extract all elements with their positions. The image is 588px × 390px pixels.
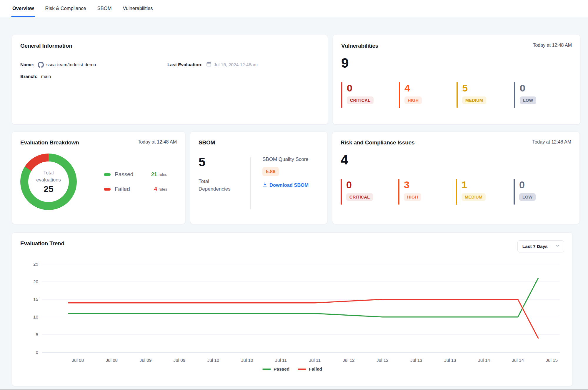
evaluation-breakdown-title: Evaluation Breakdown [20,139,79,146]
evaluation-trend-card: Evaluation Trend Last 7 Days 0510152025J… [12,232,573,386]
tab-overview-label: Overview [12,6,34,11]
severity-low: 0 LOW [514,179,571,205]
svg-text:Jul 15: Jul 15 [546,358,558,363]
tab-bar: Overview Risk & Compliance SBOM Vulnerab… [0,0,588,17]
tab-risk-compliance[interactable]: Risk & Compliance [44,0,86,17]
calendar-icon [206,61,211,68]
legend-passed-count: 21 [146,171,157,178]
legend-failed-count: 4 [146,186,157,192]
svg-text:Jul 14: Jul 14 [512,358,524,363]
severity-medium: 1 MEDIUM [456,179,514,205]
tab-sbom-label: SBOM [97,6,112,11]
severity-count: 0 [347,83,374,94]
svg-text:Jul 12: Jul 12 [377,358,389,363]
last-evaluation-label: Last Evaluation: [167,62,203,67]
evaluation-trend-title: Evaluation Trend [20,240,64,247]
branch-label: Branch: [20,74,38,79]
risk-compliance-card: Risk and Compliance Issues Today at 12:4… [332,131,580,224]
severity-badge: CRITICAL [347,96,374,104]
svg-text:Jul 13: Jul 13 [410,358,422,363]
risk-compliance-timestamp: Today at 12:48 AM [532,139,571,145]
sbom-quality-score-label: SBOM Quality Score [262,156,309,162]
date-range-select[interactable]: Last 7 Days [517,240,564,252]
vulnerabilities-card: Vulnerabilities Today at 12:48 AM 9 0 CR… [333,35,580,124]
last-evaluation-value: Jul 15, 2024 12:48am [214,62,258,67]
total-dependencies-label: Total Dependencies [199,178,237,193]
svg-text:Jul 11: Jul 11 [275,358,287,363]
failed-line-icon [298,369,306,370]
general-information-title: General Information [20,43,72,49]
severity-bar [399,82,400,108]
svg-text:Jul 11: Jul 11 [309,358,321,363]
name-label: Name: [20,62,34,67]
legend-failed-unit: rules [159,187,167,191]
vulnerabilities-title: Vulnerabilities [341,43,378,49]
severity-bar [456,179,457,205]
sbom-card: SBOM 5 Total Dependencies SBOM Quality S… [190,131,327,224]
last-evaluation-row: Last Evaluation: Jul 15, 2024 12:48am [167,61,319,68]
branch-row: Branch: main [20,74,167,79]
risk-compliance-total: 4 [341,153,571,166]
trend-legend-failed-label: Failed [309,366,322,372]
download-icon [262,182,267,188]
legend-passed-label: Passed [115,171,146,178]
svg-text:Jul 08: Jul 08 [106,358,118,363]
vulnerabilities-total: 9 [341,56,572,70]
trend-legend-passed-label: Passed [274,366,289,372]
svg-text:Jul 13: Jul 13 [444,358,456,363]
svg-text:Jul 12: Jul 12 [343,358,355,363]
severity-critical: 0 CRITICAL [341,82,399,108]
severity-badge: HIGH [404,193,421,201]
repo-name-value[interactable]: ssca-team/todolist-demo [46,62,96,67]
severity-badge: CRITICAL [346,193,373,201]
severity-bar [341,82,342,108]
trend-legend: Passed Failed [20,366,564,372]
severity-badge: HIGH [404,96,422,104]
tab-overview[interactable]: Overview [12,0,34,17]
severity-medium: 5 MEDIUM [457,82,514,108]
svg-text:Jul 09: Jul 09 [174,358,186,363]
vulnerabilities-timestamp: Today at 12:48 AM [533,43,572,48]
sbom-quality-score-badge: 5.86 [262,167,279,176]
severity-count: 4 [404,83,422,94]
chevron-down-icon [555,244,560,249]
severity-badge: LOW [520,96,536,104]
legend-passed-row: Passed 21 rules [104,171,167,178]
download-sbom-link[interactable]: Download SBOM [262,182,309,188]
severity-high: 4 HIGH [399,82,457,108]
svg-text:15: 15 [33,297,38,302]
svg-text:Jul 10: Jul 10 [241,358,253,363]
tab-vulnerabilities[interactable]: Vulnerabilities [122,0,153,17]
legend-failed-row: Failed 4 rules [104,186,167,192]
tab-sbom[interactable]: SBOM [97,0,112,17]
risk-severity-row: 0 CRITICAL 3 HIGH 1 MEDIUM [341,179,571,205]
failed-pill-icon [104,188,111,191]
severity-count: 0 [519,179,536,190]
svg-text:10: 10 [33,314,38,319]
severity-low: 0 LOW [514,82,572,108]
severity-bar [514,179,515,205]
severity-count: 3 [404,179,421,190]
general-information-card: General Information Name: ssca-team/todo… [12,35,328,124]
window-bottom-edge [0,389,588,390]
svg-text:Jul 14: Jul 14 [478,358,490,363]
repo-name-row: Name: ssca-team/todolist-demo [20,61,167,68]
evaluation-trend-chart: 0510152025Jul 08Jul 08Jul 09Jul 09Jul 10… [20,259,564,365]
severity-bar [457,82,458,108]
severity-bar [398,179,399,205]
donut-total: 25 [44,184,53,194]
passed-line-icon [262,369,271,370]
trend-legend-failed: Failed [298,366,322,372]
svg-text:Jul 08: Jul 08 [72,358,84,363]
date-range-value: Last 7 Days [522,244,548,249]
severity-bar [341,179,342,205]
legend-passed-unit: rules [159,172,167,177]
tab-vulnerabilities-label: Vulnerabilities [123,6,153,11]
severity-badge: MEDIUM [462,193,486,201]
severity-count: 1 [462,179,486,190]
download-sbom-label: Download SBOM [269,182,309,188]
svg-text:Jul 10: Jul 10 [207,358,219,363]
sbom-title: SBOM [199,139,215,146]
severity-critical: 0 CRITICAL [341,179,398,205]
svg-text:Jul 09: Jul 09 [140,358,152,363]
